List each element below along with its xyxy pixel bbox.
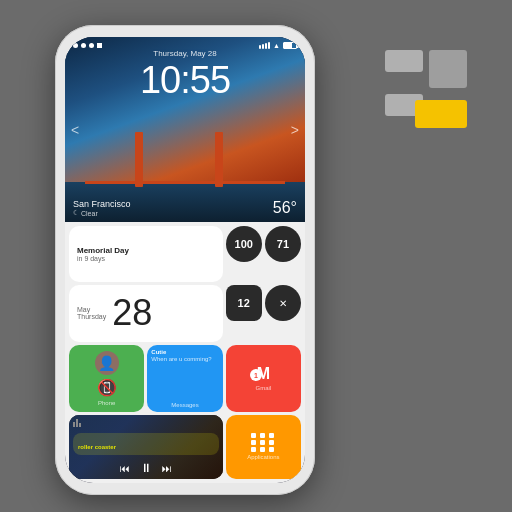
phone-screen: ▲ Thursday, May 28 10:55 < > San Francis… [65, 37, 305, 483]
status-icon-4 [97, 43, 102, 48]
applications-widget[interactable]: Applications [226, 415, 301, 479]
music-track-name: roller coaster [73, 433, 219, 455]
applications-label: Applications [247, 454, 279, 460]
battery-icon [283, 42, 297, 49]
weather-location: San Francisco ☾ Clear [73, 199, 131, 217]
logo-block-gray-right [429, 50, 467, 88]
circles-widget: 100 71 12 ✕ [226, 226, 301, 342]
messages-widget[interactable]: Cutie When are u comming? Messages [147, 345, 222, 412]
logo-block-yellow [415, 100, 467, 128]
gmail-label: Gmail [255, 385, 271, 391]
music-widget[interactable]: roller coaster ⏮ ⏸ ⏭ [69, 415, 223, 479]
date-widget: May Thursday 28 [69, 285, 223, 341]
weather-condition: ☾ Clear [73, 209, 131, 217]
avatar-icon: 👤 [98, 355, 115, 371]
memorial-title: Memorial Day [77, 246, 129, 255]
gmail-widget[interactable]: M 1 Gmail [226, 345, 301, 412]
next-button[interactable]: ⏭ [162, 463, 172, 474]
gmail-icon-container: M 1 [257, 365, 270, 383]
status-left-icons [73, 43, 102, 48]
date-day-number: 28 [112, 295, 152, 331]
logo-block-gray-top [385, 50, 423, 72]
signal-icon [259, 42, 270, 49]
weather-temp: 56° [273, 199, 297, 217]
moon-icon: ☾ [73, 209, 79, 217]
music-bars-icon [73, 419, 81, 427]
weather-overlay: San Francisco ☾ Clear 56° [73, 199, 297, 217]
time-display: 10:55 [65, 59, 305, 102]
messages-label: Messages [171, 402, 198, 408]
play-pause-button[interactable]: ⏸ [140, 461, 152, 475]
wifi-icon: ▲ [273, 42, 280, 49]
message-from: Cutie [151, 349, 166, 355]
bridge-tower-right [215, 132, 223, 187]
status-right-icons: ▲ [259, 42, 297, 49]
bridge-deck [85, 181, 285, 184]
circle-widget-100: 100 [226, 226, 262, 262]
music-inner: roller coaster ⏮ ⏸ ⏭ [69, 415, 223, 479]
chevron-right-icon[interactable]: > [291, 122, 299, 138]
status-icon-3 [89, 43, 94, 48]
chevron-left-icon[interactable]: < [71, 122, 79, 138]
status-icon-1 [73, 43, 78, 48]
bridge-tower-left [135, 132, 143, 187]
lockscreen-hero: ▲ Thursday, May 28 10:55 < > San Francis… [65, 37, 305, 222]
status-icon-2 [81, 43, 86, 48]
widgets-grid: Memorial Day in 9 days 100 71 12 ✕ [65, 222, 305, 483]
date-weekday: Thursday [77, 313, 106, 320]
weather-city: San Francisco [73, 199, 131, 209]
phone-label: Phone [98, 400, 115, 406]
circle-widget-71: 71 [265, 226, 301, 262]
memorial-subtitle: in 9 days [77, 255, 105, 262]
date-month-day: May Thursday [77, 306, 106, 320]
music-controls[interactable]: ⏮ ⏸ ⏭ [69, 458, 223, 479]
memorial-day-widget: Memorial Day in 9 days [69, 226, 223, 282]
arrow-icon: ✕ [279, 298, 287, 309]
phone-mockup: ▲ Thursday, May 28 10:55 < > San Francis… [55, 25, 315, 495]
date-month: May [77, 306, 106, 313]
arrow-widget: ✕ [265, 285, 301, 321]
contact-avatar: 👤 [95, 351, 119, 375]
prev-button[interactable]: ⏮ [120, 463, 130, 474]
circle-widget-12: 12 [226, 285, 262, 321]
app-logo [377, 50, 467, 140]
phone-app-widget[interactable]: 👤 📵 Phone [69, 345, 144, 412]
missed-call-icon: 📵 [97, 378, 117, 397]
apps-grid-icon [251, 433, 275, 452]
message-preview: When are u comming? [151, 356, 211, 364]
